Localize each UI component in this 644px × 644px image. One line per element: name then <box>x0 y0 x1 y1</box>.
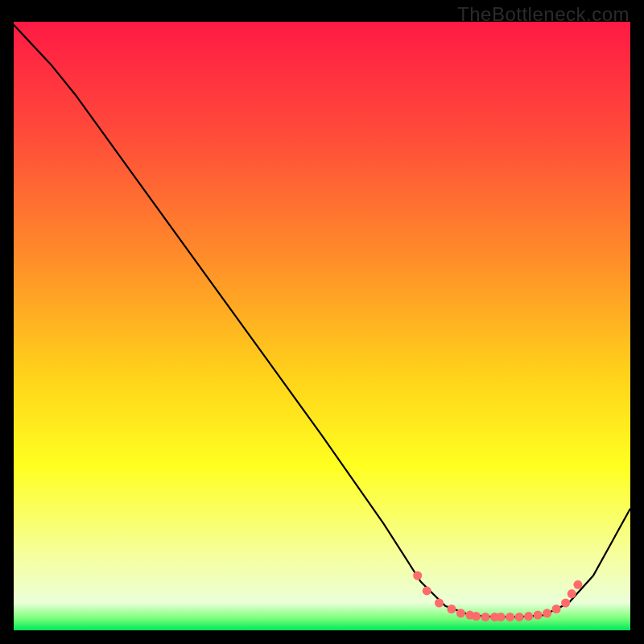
valley-dot <box>447 605 456 613</box>
valley-dot <box>515 613 524 621</box>
valley-dot <box>568 589 576 598</box>
valley-dot <box>561 599 570 608</box>
valley-dot <box>552 605 561 613</box>
valley-dot <box>573 580 582 589</box>
valley-dot <box>524 612 533 621</box>
chart-background <box>14 22 630 630</box>
chart-svg <box>14 22 630 630</box>
valley-dot <box>413 572 422 580</box>
chart <box>14 22 630 630</box>
valley-dot <box>497 613 506 621</box>
valley-dot <box>456 609 465 617</box>
valley-dot <box>435 599 444 608</box>
valley-dot <box>506 613 514 621</box>
valley-dot <box>481 613 490 621</box>
valley-dot <box>423 586 431 595</box>
valley-dot <box>472 612 481 621</box>
valley-dot <box>534 611 543 620</box>
valley-dot <box>543 609 551 617</box>
